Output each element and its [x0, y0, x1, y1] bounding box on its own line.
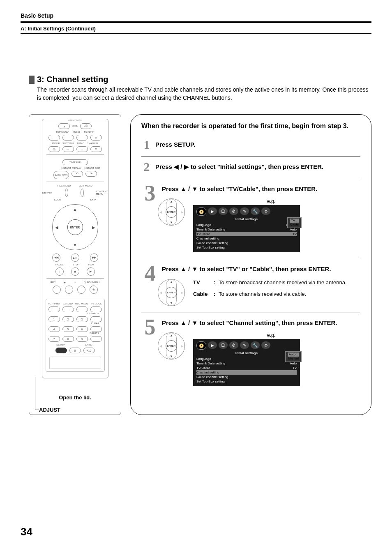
osd-row-guide: Guide channel setting — [196, 241, 297, 245]
dpad: ENTER ▲ ▼ ◀ ▶ — [52, 204, 98, 250]
rec-menu-label: REC MENU — [58, 184, 71, 187]
step-4-text: Press ▲ / ▼ to select "TV" or "Cable", t… — [162, 265, 360, 273]
label-open-close: OPEN/CLOSE — [42, 119, 108, 122]
open-lid-text: Open the lid. — [29, 394, 121, 401]
delete-label: DELETE — [47, 332, 104, 334]
fwd-button: ▶▶ — [90, 253, 98, 262]
menu-label: MENU — [73, 131, 80, 133]
num-3: 3 — [76, 316, 88, 322]
menu-button — [62, 135, 74, 141]
top-menu-label: TOP MENU — [55, 131, 68, 133]
osd5-icon-6: 🔧 — [251, 341, 260, 349]
setup-button — [55, 348, 67, 353]
step-2: 2 Press ◀ / ▶ to select "Initial setting… — [141, 161, 360, 179]
enter-mini-3: ENTER — [166, 206, 177, 218]
osd-icon-4: ⏱ — [229, 207, 238, 215]
osd-side-3: TV Cable — [287, 217, 302, 228]
return-button — [76, 135, 88, 141]
osd-icon-dvd: 📀 — [196, 207, 206, 216]
rec-menu-button — [65, 189, 68, 197]
subtitle-label: SUBTITLE — [62, 142, 74, 145]
osd5-row-channel: Channel setting — [196, 370, 297, 375]
osd5-icon-2: ▶ — [208, 341, 217, 349]
section-intro: The recorder scans through all receivabl… — [37, 86, 371, 102]
step-1: 1 Press SETUP. — [141, 139, 360, 157]
star-button — [65, 286, 73, 294]
mini-dpad-4: ENTER ▲ ▼ ◀ ▶ — [158, 279, 185, 306]
osd5-row-stb: Set Top Box setting — [196, 379, 297, 384]
step-2-number: 2 — [141, 161, 152, 172]
step-3: 3 Press ▲ / ▼ to select "TV/Cable", then… — [141, 183, 360, 260]
osd5-icon-7: ⚙ — [261, 341, 270, 349]
clear-button — [90, 326, 102, 332]
step-3-number: 3 — [141, 183, 159, 253]
channel-label: CHANNEL — [87, 142, 99, 145]
enter-button: ENTER — [67, 219, 83, 235]
play-pause-button: ▶II — [71, 253, 79, 262]
adjust-callout: ADJUST — [39, 407, 60, 413]
rev-button: ◀◀ — [52, 253, 60, 262]
num-7: 7 — [48, 336, 60, 342]
osd5-row-guide: Guide channel setting — [196, 375, 297, 379]
step-1-number: 1 — [141, 139, 152, 150]
rec-mode-button — [76, 306, 88, 312]
instant-replay-button: ↶ — [71, 171, 83, 177]
osd5-row-tvcable: TV/CableTV — [196, 366, 297, 370]
mini-dpad-5: ENTER ▲ ▼ ◀ ▶ — [158, 332, 185, 359]
instant-replay-label: INSTANT REPLAY — [61, 167, 81, 169]
tsearch-label: T.SEARCH — [47, 312, 104, 315]
step-5: 5 Press ▲ / ▼ to select "Channel setting… — [141, 317, 360, 387]
num-4: 4 — [48, 326, 60, 332]
angle-button: ⦿ — [48, 146, 60, 152]
step-5-text: Press ▲ / ▼ to select "Channel setting",… — [162, 319, 360, 327]
extend-button — [62, 306, 74, 312]
angle-label: ANGLE — [51, 142, 60, 145]
rec-button — [53, 286, 61, 294]
pause-label: PAUSE — [55, 263, 64, 266]
osd5-icon-5: ✎ — [240, 341, 249, 349]
osd5-row-time: Time & Date settingAuto — [196, 361, 297, 366]
open-close-button: ▲ — [58, 123, 70, 129]
instant-skip-label: INSTANT SKIP — [84, 167, 100, 169]
easy-navi-button: EASY NAVI — [53, 171, 69, 179]
num-0: 0 — [69, 348, 81, 353]
page-number: 34 — [21, 525, 32, 538]
section-bullet — [29, 76, 35, 84]
step-3-text: Press ▲ / ▼ to select "TV/Cable", then p… — [162, 185, 360, 193]
num-8: 8 — [62, 336, 74, 342]
rec-label: REC — [51, 281, 56, 284]
audio-button: ∞ — [76, 146, 88, 152]
timeslip-button: TIMESLIP — [62, 159, 88, 165]
osd-row-tvcable: TV/CableTV — [196, 232, 297, 236]
mini-dpad-3: ENTER ▲ ▼ ◀ ▶ — [158, 198, 185, 226]
extend-label: EXTEND — [63, 302, 73, 305]
num-5: 5 — [62, 326, 74, 332]
step-2-text: Press ◀ / ▶ to select "Initial settings"… — [155, 163, 360, 171]
osd-title-3: Initial settings — [196, 217, 297, 221]
power-button: I/ⓘ — [80, 123, 92, 129]
step-1-text: Press SETUP. — [155, 141, 360, 149]
vcr-plus-label: VCR Plus+ — [48, 302, 60, 305]
osd-icon-2: ▶ — [208, 207, 217, 215]
osd-5: 📀 ▶ 🖵 ⏱ ✎ 🔧 ⚙ Initial settings — [193, 339, 300, 386]
header-rule — [21, 21, 371, 23]
quick-menu-label: QUICK MENU — [84, 281, 99, 284]
eg-label-3: e.g. — [193, 198, 275, 204]
quick-menu-button: ⊕ — [90, 286, 98, 294]
pause-button: II — [55, 267, 64, 276]
stop-button: ■ — [71, 267, 79, 276]
up-arrow-icon: ▲ — [73, 207, 77, 212]
steps-panel: When the recorder is operated for the fi… — [130, 114, 371, 415]
subtitle-button: ▭ — [62, 146, 74, 152]
osd5-icon-3: 🖵 — [219, 341, 228, 349]
def-cable: Cable : To store channels received via c… — [193, 290, 360, 298]
num-6: 6 — [76, 326, 88, 332]
osd-icon-6: 🔧 — [251, 207, 260, 215]
slow-label: SLOW — [54, 198, 62, 201]
num-9: 9 — [76, 336, 88, 342]
return-label: RETURN — [84, 131, 95, 133]
skip-label: SKIP — [90, 198, 96, 201]
osd-row-lang: LanguageEnglish — [196, 223, 297, 227]
down-arrow-icon: ▼ — [73, 243, 77, 247]
osd-row-stb: Set Top Box setting — [196, 245, 297, 250]
